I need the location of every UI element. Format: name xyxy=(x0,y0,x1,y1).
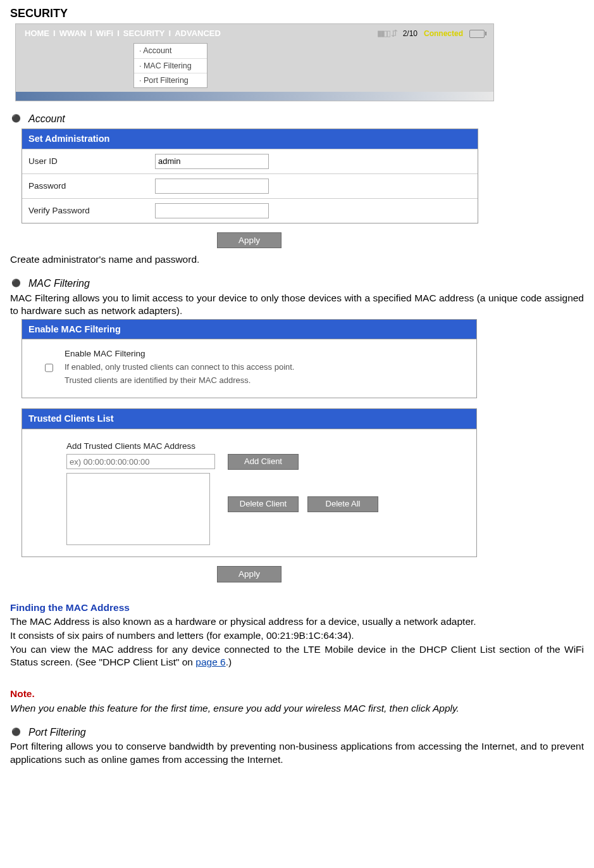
enable-mac-desc1: If enabled, only trusted clients can con… xyxy=(65,362,295,373)
security-submenu: · Account · MAC Filtering · Port Filteri… xyxy=(133,43,207,88)
panel-header: Trusted Clients List xyxy=(22,408,477,429)
nav-item-home[interactable]: HOME xyxy=(25,28,49,39)
user-id-input[interactable] xyxy=(155,154,269,169)
subheading-find-mac: Finding the MAC Address xyxy=(10,601,584,614)
enable-mac-panel: Enable MAC Filtering Enable MAC Filterin… xyxy=(22,319,477,398)
port-body: Port filtering allows you to conserve ba… xyxy=(10,740,584,765)
trusted-clients-listbox[interactable] xyxy=(66,473,210,545)
note-heading: Note. xyxy=(10,688,584,700)
section-heading-mac: MAC Filtering xyxy=(10,277,584,291)
nav-item-wwan[interactable]: WWAN xyxy=(59,28,87,39)
section-heading-port: Port Filtering xyxy=(10,726,584,739)
enable-mac-label: Enable MAC Filtering xyxy=(65,348,295,360)
panel-header: Enable MAC Filtering xyxy=(22,319,477,340)
section-heading-account: Account xyxy=(10,113,584,126)
submenu-port-filtering[interactable]: · Port Filtering xyxy=(134,73,207,87)
submenu-mac-filtering[interactable]: · MAC Filtering xyxy=(134,58,207,73)
trusted-clients-panel: Trusted Clients List Add Trusted Clients… xyxy=(22,408,477,557)
nav-sep: I xyxy=(169,28,171,39)
nav-item-wifi[interactable]: WiFi xyxy=(96,28,113,39)
nav-item-security[interactable]: SECURITY xyxy=(123,28,165,39)
account-caption: Create administrator's name and password… xyxy=(10,253,584,266)
page-title: SECURITY xyxy=(10,6,584,21)
apply-button[interactable]: Apply xyxy=(217,566,282,582)
note-body: When you enable this feature for the fir… xyxy=(10,702,584,715)
user-id-label: User ID xyxy=(28,156,155,167)
enable-mac-desc2: Trusted clients are identified by their … xyxy=(65,375,295,386)
nav-sep: I xyxy=(53,28,56,39)
set-administration-panel: Set Administration User ID Password Veri… xyxy=(22,129,478,223)
mac-intro: MAC Filtering allows you to limit access… xyxy=(10,292,584,317)
apply-button[interactable]: Apply xyxy=(217,232,282,249)
find-mac-line1: The MAC Address is also known as a hardw… xyxy=(10,615,584,628)
add-trusted-label: Add Trusted Clients MAC Address xyxy=(66,441,470,452)
mac-address-input[interactable] xyxy=(66,454,215,469)
decorative-gradient xyxy=(16,92,493,101)
enable-mac-checkbox[interactable] xyxy=(45,349,53,386)
nav-sep: I xyxy=(117,28,120,39)
signal-icon: ▮▮▯▯ ⇵ xyxy=(377,28,397,39)
find-mac-line3: You can view the MAC address for any dev… xyxy=(10,643,584,669)
page-6-link[interactable]: page 6 xyxy=(195,657,225,667)
add-client-button[interactable]: Add Client xyxy=(228,454,299,470)
battery-icon xyxy=(469,30,485,38)
find-mac-line3b: .) xyxy=(226,657,232,667)
nav-sep: I xyxy=(90,28,92,39)
delete-all-button[interactable]: Delete All xyxy=(307,496,378,512)
verify-password-input[interactable] xyxy=(155,203,269,218)
panel-header: Set Administration xyxy=(22,129,478,149)
password-input[interactable] xyxy=(155,179,269,194)
find-mac-line2: It consists of six pairs of numbers and … xyxy=(10,629,584,642)
password-label: Password xyxy=(28,180,155,192)
submenu-account[interactable]: · Account xyxy=(134,44,207,58)
delete-client-button[interactable]: Delete Client xyxy=(228,496,299,512)
find-mac-line3a: You can view the MAC address for any dev… xyxy=(10,644,584,667)
connection-status: Connected xyxy=(424,29,463,39)
verify-password-label: Verify Password xyxy=(28,205,155,217)
nav-item-advanced[interactable]: ADVANCED xyxy=(175,28,221,39)
client-count: 2/10 xyxy=(403,29,418,39)
navbar-screenshot: HOME I WWAN I WiFi I SECURITY I ADVANCED… xyxy=(15,23,494,101)
